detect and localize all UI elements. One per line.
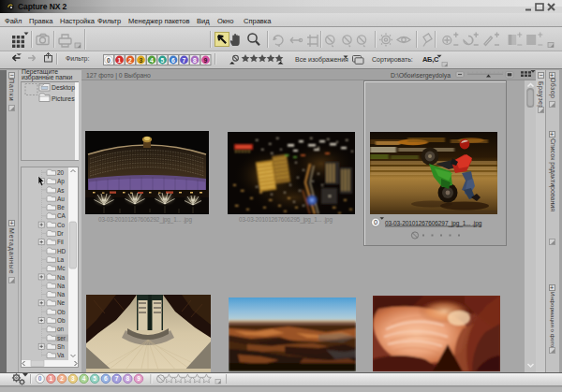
- svg-text:Ap: Ap: [57, 178, 65, 185]
- svg-text:АБ,С: АБ,С: [422, 55, 439, 64]
- svg-text:0: 0: [38, 375, 42, 382]
- svg-text:6: 6: [104, 375, 108, 382]
- svg-text:Sh: Sh: [57, 343, 65, 350]
- svg-text:3: 3: [139, 57, 142, 64]
- svg-text:Desktop: Desktop: [52, 84, 75, 92]
- svg-text:9: 9: [203, 57, 207, 64]
- svg-text:Mc: Mc: [57, 265, 66, 271]
- svg-text:4: 4: [150, 57, 154, 64]
- svg-text:4: 4: [82, 375, 86, 382]
- svg-text:As: As: [57, 187, 64, 194]
- svg-text:20: 20: [57, 169, 65, 176]
- svg-text:Ob: Ob: [57, 309, 66, 315]
- svg-text:1: 1: [50, 375, 53, 382]
- svg-text:Na: Na: [57, 274, 66, 281]
- svg-text:8: 8: [126, 375, 129, 382]
- svg-text:7: 7: [182, 57, 185, 64]
- svg-text:Ne: Ne: [57, 299, 66, 306]
- svg-text:CA: CA: [57, 212, 67, 219]
- svg-text:8: 8: [193, 57, 197, 64]
- svg-text:1: 1: [117, 57, 121, 64]
- svg-text:9: 9: [137, 375, 140, 382]
- svg-text:6: 6: [171, 57, 175, 64]
- svg-text:Все изображения: Все изображения: [295, 56, 348, 64]
- svg-text:3: 3: [71, 375, 75, 382]
- svg-text:2: 2: [128, 57, 132, 64]
- svg-text:Pictures: Pictures: [52, 95, 75, 102]
- svg-text:ser: ser: [57, 335, 67, 341]
- svg-text:La: La: [57, 256, 65, 263]
- svg-text:03-03-20101267606297_jpg_1...: 03-03-20101267606297_jpg_1... .jpg: [385, 220, 482, 227]
- svg-text:HD: HD: [57, 248, 67, 254]
- svg-text:Ob: Ob: [57, 317, 66, 324]
- svg-text:Fil: Fil: [57, 239, 64, 245]
- svg-text:Va: Va: [57, 352, 65, 358]
- svg-text:0: 0: [374, 218, 377, 226]
- svg-text:Be: Be: [57, 204, 65, 211]
- svg-text:2: 2: [60, 375, 64, 382]
- svg-text:on: on: [57, 326, 65, 332]
- svg-text:Na: Na: [57, 291, 66, 298]
- svg-text:Фильтр:: Фильтр:: [66, 55, 90, 63]
- svg-text:Na: Na: [57, 283, 66, 289]
- svg-text:Dr: Dr: [57, 230, 65, 237]
- svg-text:Co: Co: [57, 222, 66, 228]
- svg-text:5: 5: [160, 57, 164, 64]
- svg-text:0: 0: [107, 57, 111, 64]
- svg-text:7: 7: [115, 375, 119, 382]
- svg-text:Сортировать:: Сортировать:: [372, 56, 413, 64]
- svg-text:5: 5: [93, 375, 96, 382]
- svg-text:Au: Au: [57, 196, 65, 202]
